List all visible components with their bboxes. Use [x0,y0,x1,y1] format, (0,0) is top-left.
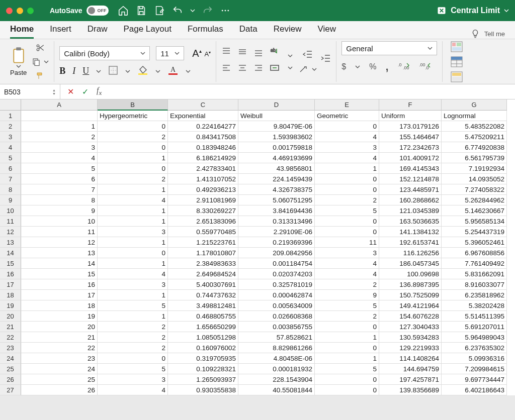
cell-B2[interactable]: 0 [98,121,168,132]
cell-F19[interactable]: 149.4121964 [379,300,442,311]
cell-E18[interactable]: 9 [315,290,379,300]
cell-C11[interactable]: 2.651383096 [168,216,238,227]
cell-C8[interactable]: 0.492936213 [168,184,238,195]
cell-F17[interactable]: 136.8987395 [379,279,442,290]
cell-D8[interactable]: 4.326738375 [238,184,315,195]
cell-A12[interactable]: 11 [21,227,98,237]
cell-B6[interactable]: 0 [98,163,168,174]
align-left-button[interactable] [221,63,235,77]
row-header-15[interactable]: 15 [0,258,21,269]
cell-B7[interactable]: 2 [98,174,168,184]
cell-E25[interactable]: 5 [315,364,379,374]
cell-E17[interactable]: 2 [315,279,379,290]
cell-B13[interactable]: 1 [98,237,168,248]
fill-color-button[interactable] [137,65,148,77]
select-all-corner[interactable] [0,99,21,111]
orientation-button[interactable] [299,65,317,73]
cell-B9[interactable]: 4 [98,195,168,205]
cell-B12[interactable]: 3 [98,227,168,237]
decrease-indent-button[interactable] [303,50,313,58]
cell-C1[interactable]: Exponential [168,111,238,121]
align-center-button[interactable] [237,63,251,77]
cell-G24[interactable]: 5.09936316 [442,353,507,364]
tab-insert[interactable]: Insert [50,24,71,39]
cell-E2[interactable]: 0 [315,121,379,132]
window-minimize-icon[interactable] [17,8,23,14]
cell-A2[interactable]: 1 [21,121,98,132]
cell-E10[interactable]: 5 [315,205,379,216]
cell-F20[interactable]: 154.6076228 [379,311,442,322]
cell-F6[interactable]: 169.4145343 [379,163,442,174]
tab-formulas[interactable]: Formulas [188,24,223,39]
tell-me-search[interactable]: Tell me [470,29,505,39]
cell-C17[interactable]: 5.400307691 [168,279,238,290]
cell-D2[interactable]: 9.80479E-06 [238,121,315,132]
cell-E21[interactable]: 0 [315,322,379,332]
format-as-table-icon[interactable] [451,56,463,67]
row-header-12[interactable]: 12 [0,227,21,237]
cell-F27[interactable]: 139.8356689 [379,385,442,395]
cell-E8[interactable]: 0 [315,184,379,195]
row-header-17[interactable]: 17 [0,279,21,290]
formula-input[interactable] [109,84,515,99]
home-icon[interactable] [118,5,129,16]
row-header-26[interactable]: 26 [0,374,21,385]
cell-B5[interactable]: 1 [98,153,168,163]
cell-G26[interactable]: 9.697734447 [442,374,507,385]
cell-G5[interactable]: 6.561795739 [442,153,507,163]
cell-C13[interactable]: 1.215223761 [168,237,238,248]
cell-E24[interactable]: 1 [315,353,379,364]
cell-B16[interactable]: 4 [98,269,168,279]
cell-D14[interactable]: 209.0842956 [238,248,315,258]
align-bottom-button[interactable] [253,47,268,61]
cell-C25[interactable]: 0.109228321 [168,364,238,374]
row-header-25[interactable]: 25 [0,364,21,374]
cell-C18[interactable]: 0.744737632 [168,290,238,300]
wrap-dropdown-caret-icon[interactable] [288,53,293,58]
increase-indent-button[interactable] [321,54,331,62]
cell-D20[interactable]: 0.026608368 [238,311,315,322]
row-header-5[interactable]: 5 [0,153,21,163]
font-color-dropdown-caret-icon[interactable] [186,69,191,74]
cell-C19[interactable]: 3.498812481 [168,300,238,311]
tab-page-layout[interactable]: Page Layout [123,24,171,39]
cell-F14[interactable]: 116.126256 [379,248,442,258]
cell-A6[interactable]: 5 [21,163,98,174]
cell-G17[interactable]: 8.916033077 [442,279,507,290]
wrap-text-button[interactable]: ab [270,47,284,61]
cell-F7[interactable]: 152.1214878 [379,174,442,184]
align-right-button[interactable] [253,63,268,77]
row-header-9[interactable]: 9 [0,195,21,205]
cell-F25[interactable]: 144.694759 [379,364,442,374]
cell-F4[interactable]: 172.2342673 [379,142,442,153]
save-icon[interactable] [136,5,147,16]
insert-function-button[interactable]: fx [97,86,102,97]
font-family-select[interactable]: Calibri (Body) [59,46,150,60]
cell-C22[interactable]: 1.085051298 [168,332,238,343]
cell-E9[interactable]: 2 [315,195,379,205]
cell-F13[interactable]: 192.6153741 [379,237,442,248]
cell-F3[interactable]: 155.1464647 [379,132,442,142]
cell-C20[interactable]: 0.468805755 [168,311,238,322]
tab-data[interactable]: Data [239,24,258,39]
column-header-E[interactable]: E [315,99,379,111]
cell-A1[interactable] [21,111,98,121]
autosave-toggle[interactable]: OFF [87,6,109,16]
cell-G21[interactable]: 5.691207011 [442,322,507,332]
cell-D9[interactable]: 5.060751295 [238,195,315,205]
cell-styles-icon[interactable] [451,71,463,82]
cell-D21[interactable]: 0.003856755 [238,322,315,332]
cell-E16[interactable]: 4 [315,269,379,279]
cell-F23[interactable]: 129.2219933 [379,343,442,353]
cut-button[interactable] [36,43,45,52]
cell-F2[interactable]: 173.0179126 [379,121,442,132]
cell-F24[interactable]: 114.1408264 [379,353,442,364]
conditional-formatting-icon[interactable] [451,41,463,52]
cell-D27[interactable]: 40.55081844 [238,385,315,395]
cell-B18[interactable]: 1 [98,290,168,300]
fill-color-dropdown-caret-icon[interactable] [155,69,160,74]
cell-A5[interactable]: 4 [21,153,98,163]
cell-A11[interactable]: 10 [21,216,98,227]
cell-E15[interactable]: 4 [315,258,379,269]
cell-E20[interactable]: 2 [315,311,379,322]
